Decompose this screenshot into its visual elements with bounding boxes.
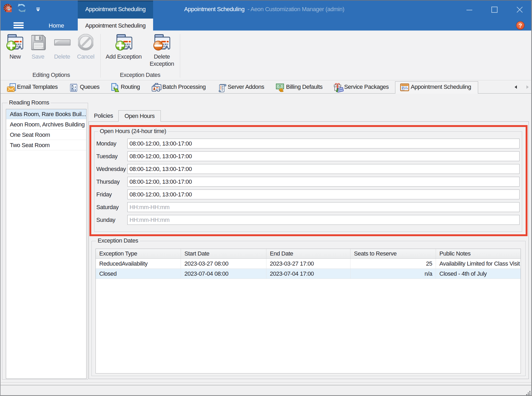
- svg-text:?: ?: [518, 22, 522, 29]
- svg-text:$: $: [279, 85, 280, 88]
